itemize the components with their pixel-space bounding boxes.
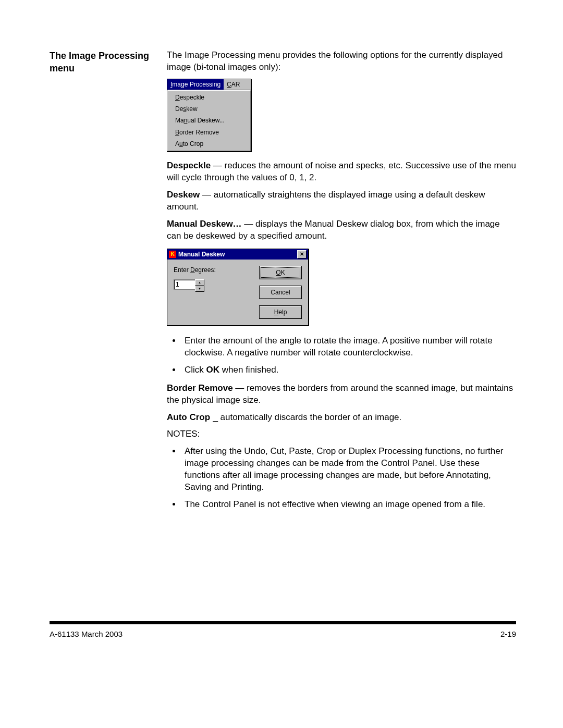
- list-item: After using the Undo, Cut, Paste, Crop o…: [181, 446, 516, 493]
- ok-button[interactable]: OK: [259, 266, 302, 279]
- manual-deskew-label: Manual Deskew…: [167, 219, 242, 229]
- intro-text: The Image Processing menu provides the f…: [167, 50, 516, 73]
- menu-item-despeckle[interactable]: Despeckle: [168, 92, 250, 103]
- dialog-titlebar: K Manual Deskew ✕: [167, 249, 308, 260]
- auto-crop-label: Auto Crop: [167, 412, 210, 422]
- manual-deskew-dialog: K Manual Deskew ✕ Enter Degrees: 1 ▲ ▼: [167, 249, 309, 326]
- instruction-list: Enter the amount of the angle to rotate …: [167, 335, 516, 376]
- despeckle-label: Despeckle: [167, 161, 211, 170]
- menu-item-manual-deskew[interactable]: Manual Deskew...: [168, 115, 250, 126]
- border-remove-label: Border Remove: [167, 383, 233, 393]
- image-processing-menu: Image Processing CAR Despeckle Deskew Ma…: [167, 79, 251, 152]
- menu-item-auto-crop[interactable]: Auto Crop: [168, 138, 250, 150]
- auto-crop-desc: Auto Crop ⎯ automatically discards the b…: [167, 412, 516, 424]
- deskew-desc: Deskew — automatically straightens the d…: [167, 189, 516, 213]
- degrees-input[interactable]: 1: [174, 279, 195, 290]
- help-button[interactable]: Help: [259, 305, 302, 319]
- degrees-label: Enter Degrees:: [174, 266, 250, 274]
- menu-dropdown: Despeckle Deskew Manual Deskew... Border…: [167, 90, 251, 151]
- footer-right: 2-19: [500, 630, 516, 638]
- spinner-down-icon[interactable]: ▼: [195, 286, 204, 292]
- degrees-spinner[interactable]: 1 ▲ ▼: [174, 279, 250, 292]
- cancel-button[interactable]: Cancel: [259, 286, 302, 299]
- dialog-title: Manual Deskew: [178, 250, 297, 258]
- deskew-label: Deskew: [167, 190, 200, 200]
- app-icon: K: [169, 251, 176, 258]
- manual-deskew-desc: Manual Deskew… — displays the Manual Des…: [167, 218, 516, 242]
- close-icon[interactable]: ✕: [297, 250, 307, 258]
- footer-left: A-61133 March 2003: [50, 630, 123, 638]
- menu-item-border-remove[interactable]: Border Remove: [168, 127, 250, 138]
- spinner-up-icon[interactable]: ▲: [195, 279, 204, 286]
- menu-bar-image-processing[interactable]: Image Processing: [167, 79, 224, 90]
- section-heading: The Image Processing menu: [50, 50, 151, 75]
- list-item: The Control Panel is not effective when …: [181, 499, 516, 511]
- notes-heading: NOTES:: [167, 428, 516, 440]
- list-item: Click OK when finished.: [181, 364, 516, 376]
- menu-bar-car[interactable]: CAR: [224, 79, 243, 90]
- notes-list: After using the Undo, Cut, Paste, Crop o…: [167, 446, 516, 511]
- page-footer: A-61133 March 2003 2-19: [50, 621, 516, 638]
- list-item: Enter the amount of the angle to rotate …: [181, 335, 516, 359]
- border-remove-desc: Border Remove — removes the borders from…: [167, 382, 516, 406]
- despeckle-desc: Despeckle — reduces the amount of noise …: [167, 160, 516, 184]
- menu-item-deskew[interactable]: Deskew: [168, 103, 250, 115]
